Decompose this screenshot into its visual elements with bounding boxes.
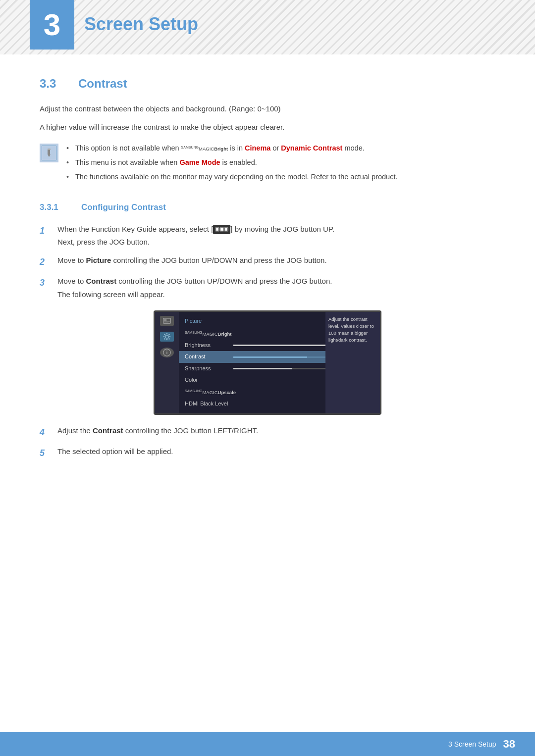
svg-point-8 <box>166 333 167 334</box>
menu-row-hdmi-label: HDMI Black Level <box>185 400 229 408</box>
footer-label: 3 Screen Setup <box>448 739 496 750</box>
step-1: 1 When the Function Key Guide appears, s… <box>40 223 495 249</box>
subsection-heading: 3.3.1 Configuring Contrast <box>40 201 495 214</box>
monitor-screenshot: i Picture SAMSUNGMAGICBright Custom Brig… <box>154 310 381 415</box>
section-description-1: Adjust the contrast between the objects … <box>40 103 495 115</box>
step-1-subtext: Next, press the JOG button. <box>57 236 495 249</box>
subsection-title: Configuring Contrast <box>81 201 166 214</box>
chapter-box: 3 <box>30 0 74 50</box>
svg-point-10 <box>163 336 164 337</box>
svg-point-11 <box>169 336 170 337</box>
menu-row-magicbright-label: SAMSUNGMAGICBright <box>185 330 232 338</box>
steps-list-continued: 4 Adjust the Contrast controlling the JO… <box>40 425 495 460</box>
svg-marker-1 <box>48 154 51 157</box>
contrast-bar-fill <box>233 356 307 358</box>
section-title: Contrast <box>78 74 127 93</box>
step-2-number: 2 <box>40 254 57 269</box>
subsection-number: 3.3.1 <box>40 201 74 214</box>
svg-rect-0 <box>48 149 50 154</box>
game-mode-label: Game Mode <box>179 158 220 166</box>
chapter-title: Screen Setup <box>84 10 198 39</box>
menu-row-brightness-label: Brightness <box>185 341 229 350</box>
svg-rect-4 <box>164 319 166 321</box>
menu-row-magicupscale-label: SAMSUNGMAGICUpscale <box>185 388 236 396</box>
svg-point-12 <box>164 334 165 335</box>
step-5: 5 The selected option will be applied. <box>40 446 495 460</box>
menu-row-color-label: Color <box>185 376 229 385</box>
page-footer: 3 Screen Setup 38 <box>0 732 535 756</box>
monitor-tooltip: Adjust the contrast level. Values closer… <box>325 312 380 413</box>
note-item-1: This option is not available when SAMSUN… <box>66 143 397 154</box>
step-5-content: The selected option will be applied. <box>57 446 495 458</box>
step-3-subtext: The following screen will appear. <box>57 289 495 301</box>
monitor-icon-1 <box>160 316 174 326</box>
step-1-content: When the Function Key Guide appears, sel… <box>57 223 495 249</box>
sharpness-bar-fill <box>233 368 292 369</box>
step-3-content: Move to Contrast controlling the JOG but… <box>57 275 495 301</box>
header-background <box>0 0 535 54</box>
step-3-number: 3 <box>40 275 57 290</box>
picture-label: Picture <box>86 256 111 264</box>
note-icon <box>40 144 58 162</box>
monitor-icon-3: i <box>160 348 174 357</box>
note-item-3: The functions available on the monitor m… <box>66 171 397 183</box>
section-heading: 3.3 Contrast <box>40 74 495 93</box>
step-4-number: 4 <box>40 425 57 440</box>
step-2-content: Move to Picture controlling the JOG butt… <box>57 254 495 267</box>
svg-point-15 <box>164 339 165 340</box>
step-5-number: 5 <box>40 446 57 460</box>
picture-icon <box>163 317 171 325</box>
svg-point-13 <box>168 339 169 340</box>
svg-point-7 <box>165 335 168 338</box>
section-description-2: A higher value will increase the contras… <box>40 121 495 134</box>
pencil-icon <box>44 148 54 158</box>
menu-row-sharpness-label: Sharpness <box>185 364 229 373</box>
monitor-icon-2 <box>160 332 174 342</box>
samsung-magic-bright-label: SAMSUNGMAGICBright <box>181 146 228 151</box>
contrast-label-step4: Contrast <box>93 426 123 435</box>
svg-text:i: i <box>166 351 167 355</box>
main-content: 3.3 Contrast Adjust the contrast between… <box>0 74 535 460</box>
footer-page-number: 38 <box>503 735 515 753</box>
monitor-icon-bar: i <box>155 312 179 413</box>
chapter-number: 3 <box>44 9 60 40</box>
step-4-content: Adjust the Contrast controlling the JOG … <box>57 425 495 437</box>
page-header: 3 Screen Setup <box>0 0 535 54</box>
step-2: 2 Move to Picture controlling the JOG bu… <box>40 254 495 269</box>
jog-icon: ▣▣▣ <box>213 225 230 234</box>
step-4: 4 Adjust the Contrast controlling the JO… <box>40 425 495 440</box>
cinema-label: Cinema <box>245 144 270 152</box>
note-box: This option is not available when SAMSUN… <box>40 143 495 186</box>
note-item-2: This menu is not available when Game Mod… <box>66 157 397 168</box>
settings-icon <box>163 333 171 341</box>
svg-point-14 <box>168 334 169 335</box>
note-list: This option is not available when SAMSUN… <box>66 143 397 186</box>
svg-point-9 <box>166 339 167 340</box>
info-icon: i <box>163 349 171 356</box>
dynamic-contrast-label: Dynamic Contrast <box>281 144 342 152</box>
svg-rect-2 <box>48 149 51 150</box>
step-3: 3 Move to Contrast controlling the JOG b… <box>40 275 495 301</box>
brightness-bar-fill <box>233 345 331 346</box>
step-1-number: 1 <box>40 223 57 238</box>
contrast-label-step3: Contrast <box>86 277 117 285</box>
section-number: 3.3 <box>40 74 69 93</box>
menu-row-contrast-label: Contrast <box>185 353 229 361</box>
steps-list: 1 When the Function Key Guide appears, s… <box>40 223 495 301</box>
